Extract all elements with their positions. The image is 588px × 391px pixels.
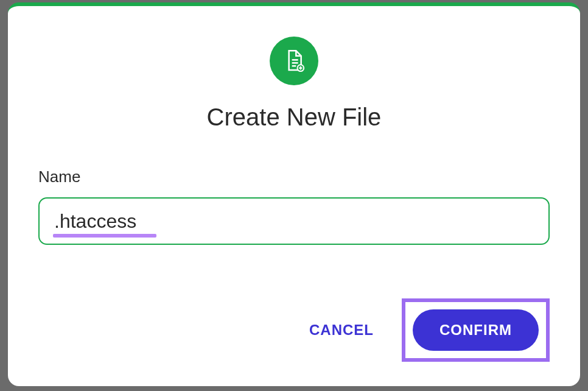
file-add-icon [270,37,318,85]
create-file-dialog: Create New File Name CANCEL CONFIRM [8,2,580,386]
confirm-button[interactable]: CONFIRM [413,309,539,351]
cancel-button[interactable]: CANCEL [299,314,383,346]
dialog-title: Create New File [38,104,550,131]
confirm-highlight-box: CONFIRM [402,298,550,362]
name-input[interactable] [38,197,550,245]
name-field-label: Name [38,167,550,186]
input-underline-highlight [53,234,156,238]
dialog-actions: CANCEL CONFIRM [38,274,550,362]
name-input-wrapper [38,197,550,245]
